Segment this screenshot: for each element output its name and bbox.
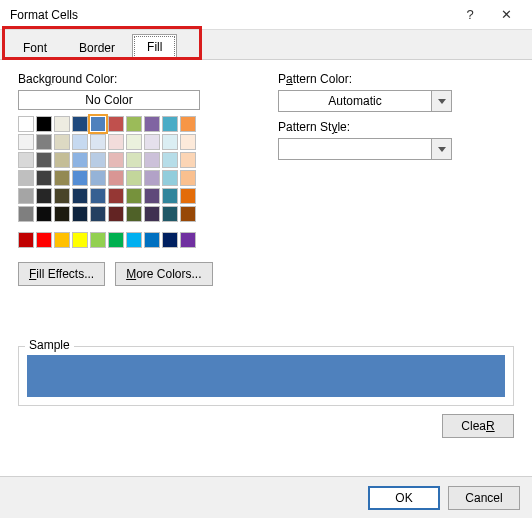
color-swatch[interactable] (180, 170, 196, 186)
pattern-color-value: Automatic (279, 91, 431, 111)
color-swatch[interactable] (18, 134, 34, 150)
background-color-label: Background Color: (18, 72, 238, 86)
color-swatch[interactable] (90, 232, 106, 248)
color-swatch[interactable] (18, 116, 34, 132)
color-swatch[interactable] (162, 116, 178, 132)
color-swatch[interactable] (36, 152, 52, 168)
color-swatch[interactable] (144, 152, 160, 168)
tab-strip: Font Border Fill (0, 30, 532, 60)
color-swatch[interactable] (108, 116, 124, 132)
pattern-color-label: Pattern Color: (278, 72, 514, 86)
titlebar: Format Cells ? ✕ (0, 0, 532, 30)
chevron-down-icon (431, 91, 451, 111)
sample-swatch (27, 355, 505, 397)
color-swatch[interactable] (108, 188, 124, 204)
color-swatch[interactable] (54, 206, 70, 222)
window-title: Format Cells (10, 8, 452, 22)
color-swatch[interactable] (180, 188, 196, 204)
color-swatch[interactable] (54, 232, 70, 248)
color-swatch[interactable] (36, 170, 52, 186)
color-swatch[interactable] (162, 206, 178, 222)
color-swatch[interactable] (18, 188, 34, 204)
fill-effects-button[interactable]: Fill Effects... (18, 262, 105, 286)
color-swatch[interactable] (162, 152, 178, 168)
color-swatch[interactable] (72, 206, 88, 222)
tab-border[interactable]: Border (64, 35, 130, 60)
color-swatch[interactable] (72, 170, 88, 186)
color-swatch[interactable] (162, 232, 178, 248)
color-swatch[interactable] (162, 170, 178, 186)
color-swatch[interactable] (108, 134, 124, 150)
color-swatch[interactable] (180, 206, 196, 222)
tab-fill[interactable]: Fill (132, 34, 177, 60)
theme-color-palette (18, 116, 200, 222)
color-swatch[interactable] (108, 170, 124, 186)
svg-marker-1 (438, 147, 446, 152)
color-swatch[interactable] (54, 170, 70, 186)
color-swatch[interactable] (72, 116, 88, 132)
pattern-color-dropdown[interactable]: Automatic (278, 90, 452, 112)
color-swatch[interactable] (108, 206, 124, 222)
color-swatch[interactable] (36, 134, 52, 150)
color-swatch[interactable] (18, 152, 34, 168)
color-swatch[interactable] (126, 116, 142, 132)
clear-button[interactable]: CleaR (442, 414, 514, 438)
ok-button[interactable]: OK (368, 486, 440, 510)
color-swatch[interactable] (54, 188, 70, 204)
sample-fieldset: Sample (18, 346, 514, 406)
color-swatch[interactable] (90, 116, 106, 132)
color-swatch[interactable] (144, 188, 160, 204)
color-swatch[interactable] (36, 232, 52, 248)
color-swatch[interactable] (162, 134, 178, 150)
color-swatch[interactable] (126, 170, 142, 186)
pattern-style-label: Pattern Style: (278, 120, 514, 134)
color-swatch[interactable] (72, 188, 88, 204)
color-swatch[interactable] (90, 152, 106, 168)
color-swatch[interactable] (144, 134, 160, 150)
help-button[interactable]: ? (452, 1, 488, 29)
pattern-style-dropdown[interactable] (278, 138, 452, 160)
color-swatch[interactable] (72, 152, 88, 168)
cancel-button[interactable]: Cancel (448, 486, 520, 510)
color-swatch[interactable] (144, 116, 160, 132)
standard-color-palette (18, 232, 200, 248)
color-swatch[interactable] (90, 170, 106, 186)
color-swatch[interactable] (162, 188, 178, 204)
color-swatch[interactable] (108, 232, 124, 248)
sample-legend: Sample (25, 338, 74, 352)
chevron-down-icon (431, 139, 451, 159)
close-button[interactable]: ✕ (488, 1, 524, 29)
color-swatch[interactable] (180, 232, 196, 248)
color-swatch[interactable] (72, 134, 88, 150)
color-swatch[interactable] (180, 134, 196, 150)
color-swatch[interactable] (126, 188, 142, 204)
color-swatch[interactable] (54, 134, 70, 150)
color-swatch[interactable] (18, 206, 34, 222)
color-swatch[interactable] (180, 152, 196, 168)
color-swatch[interactable] (90, 206, 106, 222)
color-swatch[interactable] (126, 232, 142, 248)
tab-font[interactable]: Font (8, 35, 62, 60)
color-swatch[interactable] (36, 188, 52, 204)
color-swatch[interactable] (108, 152, 124, 168)
pattern-style-value (279, 139, 431, 159)
dialog-footer: OK Cancel (0, 476, 532, 518)
color-swatch[interactable] (18, 232, 34, 248)
no-color-button[interactable]: No Color (18, 90, 200, 110)
color-swatch[interactable] (72, 232, 88, 248)
more-colors-button[interactable]: More Colors... (115, 262, 212, 286)
color-swatch[interactable] (126, 134, 142, 150)
color-swatch[interactable] (180, 116, 196, 132)
color-swatch[interactable] (54, 152, 70, 168)
color-swatch[interactable] (36, 116, 52, 132)
color-swatch[interactable] (126, 206, 142, 222)
color-swatch[interactable] (144, 232, 160, 248)
color-swatch[interactable] (36, 206, 52, 222)
color-swatch[interactable] (144, 170, 160, 186)
color-swatch[interactable] (90, 188, 106, 204)
color-swatch[interactable] (144, 206, 160, 222)
color-swatch[interactable] (54, 116, 70, 132)
color-swatch[interactable] (90, 134, 106, 150)
color-swatch[interactable] (18, 170, 34, 186)
color-swatch[interactable] (126, 152, 142, 168)
